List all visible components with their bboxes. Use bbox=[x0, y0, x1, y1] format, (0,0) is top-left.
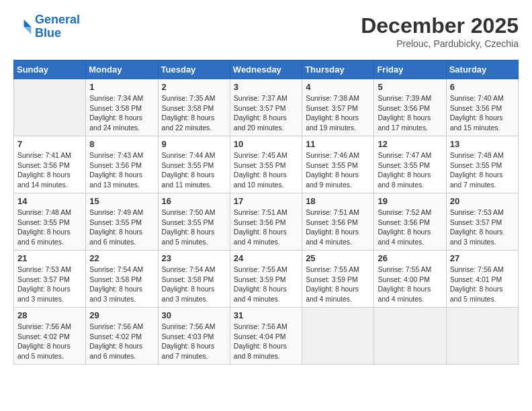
day-info: Sunrise: 7:45 AM Sunset: 3:55 PM Dayligh… bbox=[234, 150, 298, 190]
day-info: Sunrise: 7:49 AM Sunset: 3:55 PM Dayligh… bbox=[89, 208, 154, 247]
logo: General Blue bbox=[13, 13, 80, 40]
location-subtitle: Prelouc, Pardubicky, Czechia bbox=[361, 38, 519, 49]
day-number: 21 bbox=[17, 253, 82, 263]
calendar-cell: 10Sunrise: 7:45 AM Sunset: 3:55 PM Dayli… bbox=[230, 136, 302, 193]
day-number: 12 bbox=[378, 139, 442, 149]
header-row: SundayMondayTuesdayWednesdayThursdayFrid… bbox=[14, 60, 519, 79]
header-cell-monday: Monday bbox=[86, 60, 158, 79]
day-info: Sunrise: 7:48 AM Sunset: 3:55 PM Dayligh… bbox=[17, 208, 82, 247]
calendar-cell: 12Sunrise: 7:47 AM Sunset: 3:55 PM Dayli… bbox=[374, 136, 446, 193]
day-info: Sunrise: 7:54 AM Sunset: 3:58 PM Dayligh… bbox=[89, 265, 154, 304]
day-info: Sunrise: 7:38 AM Sunset: 3:57 PM Dayligh… bbox=[306, 93, 370, 133]
day-info: Sunrise: 7:50 AM Sunset: 3:55 PM Dayligh… bbox=[162, 208, 226, 247]
calendar-cell: 2Sunrise: 7:35 AM Sunset: 3:58 PM Daylig… bbox=[158, 79, 230, 136]
calendar-cell: 6Sunrise: 7:40 AM Sunset: 3:56 PM Daylig… bbox=[446, 79, 518, 136]
day-info: Sunrise: 7:41 AM Sunset: 3:56 PM Dayligh… bbox=[17, 150, 82, 190]
month-title: December 2025 bbox=[361, 13, 519, 38]
day-number: 5 bbox=[378, 82, 442, 92]
logo-line2: Blue bbox=[35, 26, 61, 40]
calendar-cell: 11Sunrise: 7:46 AM Sunset: 3:55 PM Dayli… bbox=[302, 136, 374, 193]
calendar-cell: 28Sunrise: 7:56 AM Sunset: 4:02 PM Dayli… bbox=[14, 308, 86, 365]
calendar-cell: 14Sunrise: 7:48 AM Sunset: 3:55 PM Dayli… bbox=[14, 193, 86, 250]
day-info: Sunrise: 7:55 AM Sunset: 4:00 PM Dayligh… bbox=[378, 265, 442, 304]
day-number: 30 bbox=[162, 310, 226, 320]
calendar-cell: 13Sunrise: 7:48 AM Sunset: 3:55 PM Dayli… bbox=[446, 136, 518, 193]
day-number: 6 bbox=[450, 82, 515, 92]
day-info: Sunrise: 7:56 AM Sunset: 4:03 PM Dayligh… bbox=[162, 322, 226, 361]
day-number: 16 bbox=[162, 196, 226, 206]
day-number: 10 bbox=[234, 139, 298, 149]
calendar-cell: 23Sunrise: 7:54 AM Sunset: 3:58 PM Dayli… bbox=[158, 250, 230, 308]
day-number: 9 bbox=[162, 139, 226, 149]
calendar-cell: 24Sunrise: 7:55 AM Sunset: 3:59 PM Dayli… bbox=[230, 250, 302, 308]
day-number: 2 bbox=[162, 82, 226, 92]
calendar-cell: 17Sunrise: 7:51 AM Sunset: 3:56 PM Dayli… bbox=[230, 193, 302, 250]
day-info: Sunrise: 7:40 AM Sunset: 3:56 PM Dayligh… bbox=[450, 93, 515, 133]
day-number: 20 bbox=[450, 196, 515, 206]
day-number: 1 bbox=[89, 82, 154, 92]
calendar-week-3: 14Sunrise: 7:48 AM Sunset: 3:55 PM Dayli… bbox=[14, 193, 519, 250]
day-info: Sunrise: 7:56 AM Sunset: 4:02 PM Dayligh… bbox=[89, 322, 154, 361]
calendar-table: SundayMondayTuesdayWednesdayThursdayFrid… bbox=[13, 60, 519, 365]
calendar-cell: 7Sunrise: 7:41 AM Sunset: 3:56 PM Daylig… bbox=[14, 136, 86, 193]
day-info: Sunrise: 7:37 AM Sunset: 3:57 PM Dayligh… bbox=[234, 93, 298, 133]
day-number: 17 bbox=[234, 196, 298, 206]
calendar-cell: 27Sunrise: 7:56 AM Sunset: 4:01 PM Dayli… bbox=[446, 250, 518, 308]
day-number: 19 bbox=[378, 196, 442, 206]
day-number: 15 bbox=[89, 196, 154, 206]
day-number: 4 bbox=[306, 82, 370, 92]
day-number: 8 bbox=[89, 139, 154, 149]
day-info: Sunrise: 7:47 AM Sunset: 3:55 PM Dayligh… bbox=[378, 150, 442, 190]
day-number: 25 bbox=[306, 253, 370, 263]
calendar-week-5: 28Sunrise: 7:56 AM Sunset: 4:02 PM Dayli… bbox=[14, 308, 519, 365]
calendar-cell bbox=[446, 308, 518, 365]
calendar-week-2: 7Sunrise: 7:41 AM Sunset: 3:56 PM Daylig… bbox=[14, 136, 519, 193]
day-number: 22 bbox=[89, 253, 154, 263]
day-info: Sunrise: 7:56 AM Sunset: 4:01 PM Dayligh… bbox=[450, 265, 515, 304]
calendar-cell: 4Sunrise: 7:38 AM Sunset: 3:57 PM Daylig… bbox=[302, 79, 374, 136]
day-number: 26 bbox=[378, 253, 442, 263]
day-info: Sunrise: 7:46 AM Sunset: 3:55 PM Dayligh… bbox=[306, 150, 370, 190]
calendar-cell: 30Sunrise: 7:56 AM Sunset: 4:03 PM Dayli… bbox=[158, 308, 230, 365]
logo-line1: General bbox=[35, 13, 80, 26]
day-number: 28 bbox=[17, 310, 82, 320]
day-number: 7 bbox=[17, 139, 82, 149]
day-number: 13 bbox=[450, 139, 515, 149]
calendar-cell: 1Sunrise: 7:34 AM Sunset: 3:58 PM Daylig… bbox=[86, 79, 158, 136]
day-info: Sunrise: 7:53 AM Sunset: 3:57 PM Dayligh… bbox=[450, 208, 515, 247]
day-number: 11 bbox=[306, 139, 370, 149]
day-info: Sunrise: 7:39 AM Sunset: 3:56 PM Dayligh… bbox=[378, 93, 442, 133]
header-cell-saturday: Saturday bbox=[446, 60, 518, 79]
calendar-cell: 3Sunrise: 7:37 AM Sunset: 3:57 PM Daylig… bbox=[230, 79, 302, 136]
calendar-cell bbox=[14, 79, 86, 136]
calendar-cell: 8Sunrise: 7:43 AM Sunset: 3:56 PM Daylig… bbox=[86, 136, 158, 193]
calendar-cell: 18Sunrise: 7:51 AM Sunset: 3:56 PM Dayli… bbox=[302, 193, 374, 250]
day-info: Sunrise: 7:55 AM Sunset: 3:59 PM Dayligh… bbox=[234, 265, 298, 304]
calendar-cell: 31Sunrise: 7:56 AM Sunset: 4:04 PM Dayli… bbox=[230, 308, 302, 365]
calendar-cell: 19Sunrise: 7:52 AM Sunset: 3:56 PM Dayli… bbox=[374, 193, 446, 250]
calendar-cell bbox=[374, 308, 446, 365]
day-number: 3 bbox=[234, 82, 298, 92]
header-cell-tuesday: Tuesday bbox=[158, 60, 230, 79]
header-cell-thursday: Thursday bbox=[302, 60, 374, 79]
header-cell-friday: Friday bbox=[374, 60, 446, 79]
day-info: Sunrise: 7:34 AM Sunset: 3:58 PM Dayligh… bbox=[89, 93, 154, 133]
calendar-cell: 9Sunrise: 7:44 AM Sunset: 3:55 PM Daylig… bbox=[158, 136, 230, 193]
calendar-week-1: 1Sunrise: 7:34 AM Sunset: 3:58 PM Daylig… bbox=[14, 79, 519, 136]
day-info: Sunrise: 7:48 AM Sunset: 3:55 PM Dayligh… bbox=[450, 150, 515, 190]
day-info: Sunrise: 7:52 AM Sunset: 3:56 PM Dayligh… bbox=[378, 208, 442, 247]
day-number: 29 bbox=[89, 310, 154, 320]
day-number: 27 bbox=[450, 253, 515, 263]
day-number: 31 bbox=[234, 310, 298, 320]
calendar-cell: 26Sunrise: 7:55 AM Sunset: 4:00 PM Dayli… bbox=[374, 250, 446, 308]
calendar-cell: 29Sunrise: 7:56 AM Sunset: 4:02 PM Dayli… bbox=[86, 308, 158, 365]
day-info: Sunrise: 7:51 AM Sunset: 3:56 PM Dayligh… bbox=[234, 208, 298, 247]
day-info: Sunrise: 7:53 AM Sunset: 3:57 PM Dayligh… bbox=[17, 265, 82, 304]
day-info: Sunrise: 7:55 AM Sunset: 3:59 PM Dayligh… bbox=[306, 265, 370, 304]
header-cell-wednesday: Wednesday bbox=[230, 60, 302, 79]
page-header: General Blue December 2025 Prelouc, Pard… bbox=[13, 13, 519, 49]
calendar-cell: 25Sunrise: 7:55 AM Sunset: 3:59 PM Dayli… bbox=[302, 250, 374, 308]
day-number: 18 bbox=[306, 196, 370, 206]
day-info: Sunrise: 7:56 AM Sunset: 4:02 PM Dayligh… bbox=[17, 322, 82, 361]
calendar-body: 1Sunrise: 7:34 AM Sunset: 3:58 PM Daylig… bbox=[14, 79, 519, 365]
